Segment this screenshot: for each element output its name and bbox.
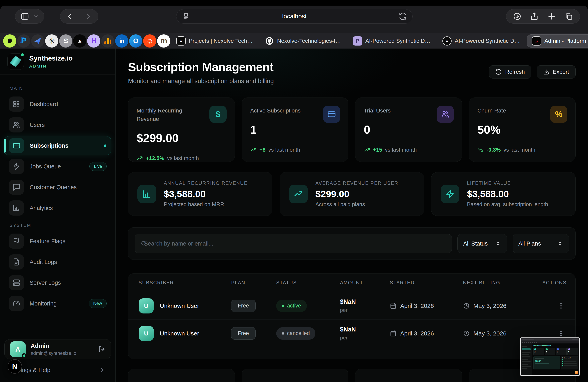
header-actions: Refresh Export [489,65,576,78]
search-input[interactable] [144,240,446,247]
stat-card-active-subscriptions: Active Subscriptions 1 +8 vs last month [242,97,348,162]
browser-toolbar: localhost [0,6,588,33]
col-next-billing: NEXT BILLING [463,280,542,286]
bar-chart-icon [9,200,24,216]
favicon-paypal[interactable] [17,34,30,48]
pip-main: Dashboard Overview 2 2 0 0 $0.00 System … [532,344,579,375]
refresh-button[interactable]: Refresh [489,65,531,78]
table-row[interactable]: U Unknown User Free cancelled $NaN per A… [128,320,575,347]
sidebar-item-customer-queries[interactable]: Customer Queries [4,178,111,197]
tab-synthetic-data-2[interactable]: AI-Powered Synthetic D… [442,36,520,46]
kpi-note: Projected based on MRR [164,201,248,208]
sidebar-item-feature-flags[interactable]: Feature Flags [4,231,111,251]
tab-label: AI-Powered Synthetic D… [455,38,520,44]
sidebar-item-users[interactable]: Users [4,115,111,134]
pip-title: Dashboard Overview [533,345,578,347]
sidebar-item-analytics[interactable]: Analytics [4,198,111,218]
user-card[interactable]: A Admin admin@synthesize.io [4,339,111,359]
clock-icon [463,330,470,337]
kpi-label: ANNUAL RECURRING REVENUE [164,180,248,186]
favicon-toucan[interactable] [3,34,16,48]
export-button[interactable]: Export [537,65,576,78]
forward-button[interactable] [84,13,92,20]
search-box[interactable] [135,234,452,253]
share-icon[interactable] [530,12,539,20]
file-text-icon [9,254,24,269]
analytics-bars-icon [105,38,111,44]
favicon-mastodon[interactable] [157,34,170,48]
tab-overview-icon[interactable] [565,12,573,20]
zap-icon [9,159,24,174]
sidebar-item-monitoring[interactable]: Monitoring New [4,294,111,313]
downloads-icon[interactable] [513,12,521,20]
new-tab-icon[interactable] [547,12,556,20]
favicon-outlook[interactable] [129,34,142,48]
col-amount: AMOUNT [340,280,390,286]
stat-change-note: vs last month [504,147,535,153]
sidebar-item-dashboard[interactable]: Dashboard [4,95,111,114]
stat-value: $299.00 [137,131,226,145]
kpi-card-arpu: AVERAGE REVENUE PER USER $299.00 Across … [280,172,424,216]
plan-count: 89 [328,381,339,382]
stat-cards: Monthly Recurring Revenue $ $299.00 +12.… [128,97,576,162]
favicon-linkedin[interactable] [115,34,128,48]
col-actions: ACTIONS [542,280,567,286]
stat-label: Monthly Recurring Revenue [137,107,203,123]
favicon-paper-plane[interactable] [31,34,44,48]
sidebar-item-jobs-queue[interactable]: Jobs Queue Live [4,157,111,176]
logout-icon[interactable] [98,345,105,353]
trending-up-icon [250,147,257,153]
p-letter-icon [353,36,362,46]
tab-projects[interactable]: Projects | Nexolve Tech… [176,36,253,46]
brand-admin-badge: ADMIN [29,64,73,69]
plans-filter-select[interactable]: All Plans [513,234,569,253]
sidebar-item-server-logs[interactable]: Server Logs [4,273,111,292]
col-status: STATUS [276,280,340,286]
trending-down-icon [477,147,484,153]
calendar-icon [390,303,397,309]
screenshot-preview-thumbnail[interactable]: Dashboard Overview 2 2 0 0 $0.00 System … [520,337,580,376]
plan-count: 42 [555,381,566,382]
live-badge: Live [89,162,106,171]
next-billing-date: May 3, 2026 [463,330,542,337]
row-actions-menu-icon[interactable] [557,329,565,337]
favicon-letter-h[interactable] [87,34,100,48]
back-button[interactable] [66,13,74,20]
tab-synthetic-data-1[interactable]: AI-Powered Synthetic D… [353,36,430,46]
col-subscriber: SUBSCRIBER [139,280,231,286]
favicon-reddit[interactable] [143,34,156,48]
status-filter-select[interactable]: All Status [457,234,507,253]
sidebar-item-audit-logs[interactable]: Audit Logs [4,252,111,271]
avatar-status-dot [22,353,27,358]
plan-card-starter: Starter 89 [242,369,348,382]
reader-icon[interactable] [182,12,190,20]
amount-unit: per [340,307,390,313]
user-email: admin@synthesize.io [31,350,93,356]
sidebar-toggle-button[interactable] [15,9,44,24]
active-indicator-dot [104,144,106,147]
table-row[interactable]: U Unknown User Free active $NaN per Apri… [128,292,575,320]
row-actions-menu-icon[interactable] [557,302,565,310]
reload-icon[interactable] [399,12,407,20]
favicon-vercel[interactable] [73,34,86,48]
dollar-icon: $ [210,106,227,123]
favicon-openai[interactable] [45,34,58,48]
main-content: Subscription Management Monitor and mana… [116,49,588,382]
plans-filter-value: All Plans [518,240,541,247]
address-bar[interactable]: localhost [176,9,413,24]
sidebar-item-subscriptions[interactable]: Subscriptions [4,136,111,155]
kpi-value: $3,588.00 [164,188,248,199]
paper-plane-icon [34,37,42,45]
vercel-icon [442,36,452,46]
nextjs-dev-badge[interactable]: N [8,359,22,374]
toolbar-right-group [506,9,580,24]
trending-up-icon [289,185,308,203]
favicon-letter-s[interactable] [59,34,72,48]
tab-github-repo[interactable]: Nexolve-Technologies-I… [265,36,341,46]
percent-icon: % [550,106,567,123]
tab-admin-active[interactable]: Admin - Platform Mana… [526,34,588,48]
tab-label: Projects | Nexolve Tech… [189,38,253,44]
favicon-google-analytics[interactable] [101,34,114,48]
clock-icon [463,303,470,309]
stat-change: -0.3% [487,147,501,153]
